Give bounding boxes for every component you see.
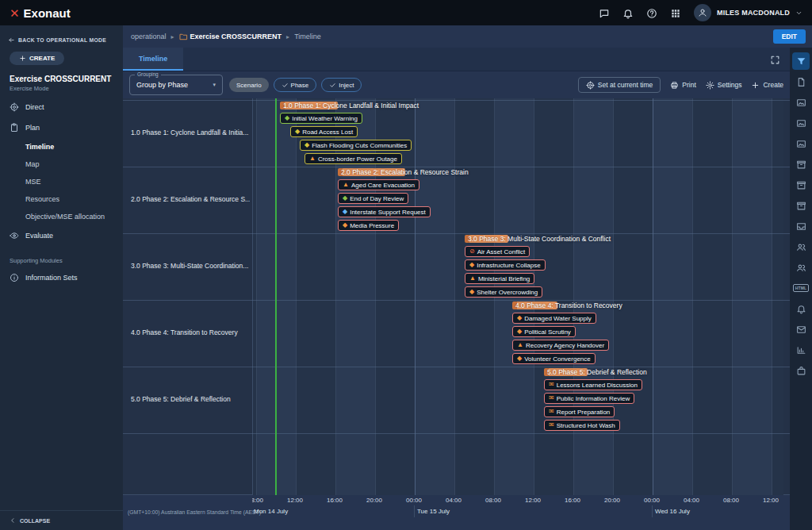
axis-tick-label: 12:00	[525, 497, 541, 504]
rail-filter-icon[interactable]	[792, 52, 810, 70]
inject-item[interactable]: ✉Public Information Review	[544, 393, 634, 404]
filter-chip-inject[interactable]: Inject	[321, 78, 362, 92]
timeline-toolbar: Grouping Group by Phase ▾ ScenarioPhaseI…	[123, 71, 790, 98]
inject-item[interactable]: ✉Report Preparation	[544, 406, 615, 417]
breadcrumb-label: Exercise CROSSCURRENT	[190, 33, 282, 40]
sidebar-item-timeline[interactable]: Timeline	[0, 138, 123, 156]
gridline	[256, 98, 257, 495]
sidebar-item-resources[interactable]: Resources	[0, 190, 123, 208]
sidebar-item-objective-mse-allocation[interactable]: Objective/MSE allocation	[0, 208, 123, 225]
group-row-label: 2.0 Phase 2: Escalation & Resource S...	[131, 195, 250, 203]
rail-bell-icon[interactable]	[792, 300, 810, 317]
rail-users-icon[interactable]	[792, 259, 810, 276]
inject-label: Shelter Overcrowding	[477, 289, 538, 296]
filter-chip-phase[interactable]: Phase	[274, 78, 317, 92]
inject-item[interactable]: ▲Aged Care Evacuation	[338, 179, 419, 190]
sidebar-item-mse[interactable]: MSE	[0, 173, 123, 190]
user-menu[interactable]: MILES MACDONALD	[694, 4, 802, 21]
set-at-current-time-button[interactable]: Set at current time	[578, 77, 661, 93]
bell-button[interactable]	[622, 6, 634, 20]
help-icon	[646, 8, 657, 19]
info-icon	[10, 273, 19, 282]
plan-icon	[10, 123, 19, 132]
phase-bar-label: 3.0 Phase 3: Multi-State Coordination & …	[468, 235, 611, 243]
plus-icon	[751, 81, 760, 90]
rail-chart-icon[interactable]	[792, 341, 810, 359]
rail-image-icon[interactable]	[792, 94, 810, 111]
create-button[interactable]: CREATE	[10, 52, 64, 65]
inject-item[interactable]: ◆Initial Weather Warning	[280, 113, 362, 124]
rail-archive-icon[interactable]	[792, 197, 810, 214]
chip-label: Scenario	[236, 82, 262, 89]
inject-item[interactable]: ◆Flash Flooding Cuts Communities	[300, 140, 412, 151]
rail-mail-icon[interactable]	[792, 321, 810, 338]
sidebar-item-evaluate[interactable]: Evaluate	[0, 225, 123, 246]
mail-icon: ✉	[549, 409, 554, 415]
inject-item[interactable]: ◆Political Scrutiny	[512, 326, 576, 337]
inject-item[interactable]: ▲Ministerial Briefing	[465, 273, 534, 284]
inject-label: Air Asset Conflict	[477, 248, 525, 255]
inject-item[interactable]: ▲Cross-border Power Outage	[304, 153, 402, 164]
phase-bar-label: 5.0 Phase 5: Debrief & Reflection	[547, 368, 647, 376]
diamond-icon: ◆	[517, 355, 522, 362]
circle-icon: ⊘	[469, 248, 475, 255]
inject-item[interactable]: ✉Structured Hot Wash	[544, 420, 620, 431]
apps-button[interactable]	[670, 6, 681, 20]
inject-item[interactable]: ◆Infrastructure Collapse	[465, 259, 546, 271]
inject-item[interactable]: ◆Shelter Overcrowding	[465, 286, 542, 298]
inject-label: Structured Hot Wash	[557, 422, 615, 429]
axis-tick-label: 00:00	[406, 497, 422, 504]
create-button[interactable]: Create	[751, 81, 783, 90]
inject-item[interactable]: ⊘Air Asset Conflict	[465, 246, 530, 257]
sidebar-item-information-sets[interactable]: Information Sets	[0, 267, 123, 288]
inject-label: Lessons Learned Discussion	[557, 382, 638, 389]
sidebar-item-plan[interactable]: Plan	[0, 117, 123, 138]
apps-icon	[670, 8, 681, 19]
rail-archive-icon[interactable]	[792, 176, 810, 194]
inject-item[interactable]: ◆Damaged Water Supply	[512, 313, 596, 324]
mail-icon: ✉	[549, 395, 554, 401]
back-to-operational-mode-link[interactable]: BACK TO OPERATIONAL MODE	[0, 32, 123, 48]
brand-name: Exonaut	[24, 6, 71, 20]
fullscreen-button[interactable]	[770, 52, 780, 67]
rail-tray-icon[interactable]	[792, 217, 810, 235]
diamond-icon: ◆	[295, 129, 300, 135]
warning-icon: ▲	[469, 275, 476, 282]
grouping-select[interactable]: Grouping Group by Phase ▾	[129, 75, 223, 95]
settings-button[interactable]: Settings	[706, 81, 742, 90]
inject-item[interactable]: ◆Media Pressure	[338, 220, 399, 231]
print-button[interactable]: Print	[670, 81, 695, 90]
rail-image-icon[interactable]	[792, 135, 810, 152]
action-label: Settings	[718, 81, 742, 89]
timeline-canvas[interactable]: 1.0 Phase 1: Cyclone Landfall & Initial …	[252, 98, 783, 495]
inject-label: Political Scrutiny	[524, 328, 571, 336]
inject-item[interactable]: ◆End of Day Review	[338, 193, 408, 204]
rail-users-icon[interactable]	[792, 238, 810, 255]
chat-button[interactable]	[599, 6, 610, 20]
sidebar-item-map[interactable]: Map	[0, 156, 123, 173]
rail-html-icon[interactable]: HTML	[792, 279, 810, 297]
rail-document-icon[interactable]	[792, 73, 810, 90]
inject-item[interactable]: ✉Lessons Learned Discussion	[544, 379, 642, 390]
inject-item[interactable]: ◆Interstate Support Request	[338, 206, 431, 217]
rail-briefcase-icon[interactable]	[792, 362, 810, 379]
help-button[interactable]	[646, 6, 657, 20]
breadcrumb-item-operational[interactable]: operational	[131, 33, 167, 40]
rail-archive-icon[interactable]	[792, 156, 810, 173]
supporting-modules-label: Supporting Modules	[0, 246, 123, 267]
inject-item[interactable]: ◆Road Access Lost	[290, 126, 358, 137]
collapse-button[interactable]: COLLAPSE	[0, 510, 123, 530]
axis-tick-label: 12:00	[763, 497, 779, 504]
inject-item[interactable]: ▲Recovery Agency Handover	[512, 340, 609, 351]
breadcrumb-item-exercise-crosscurrent[interactable]: Exercise CROSSCURRENT	[179, 33, 282, 41]
edit-button[interactable]: EDIT	[773, 29, 806, 44]
sidebar-item-direct[interactable]: Direct	[0, 97, 123, 117]
tab-timeline[interactable]: Timeline	[123, 48, 183, 71]
inject-item[interactable]: ◆Volunteer Convergence	[512, 353, 596, 364]
filter-chip-scenario[interactable]: Scenario	[229, 78, 269, 92]
rail-image-icon[interactable]	[792, 114, 810, 132]
app-window: ✕ Exonaut MILES MACDONALD BACK TO OPERAT…	[0, 0, 812, 530]
breadcrumb-item-timeline[interactable]: Timeline	[294, 33, 321, 40]
check-icon	[282, 82, 289, 89]
supporting-items: Information Sets	[0, 267, 123, 288]
